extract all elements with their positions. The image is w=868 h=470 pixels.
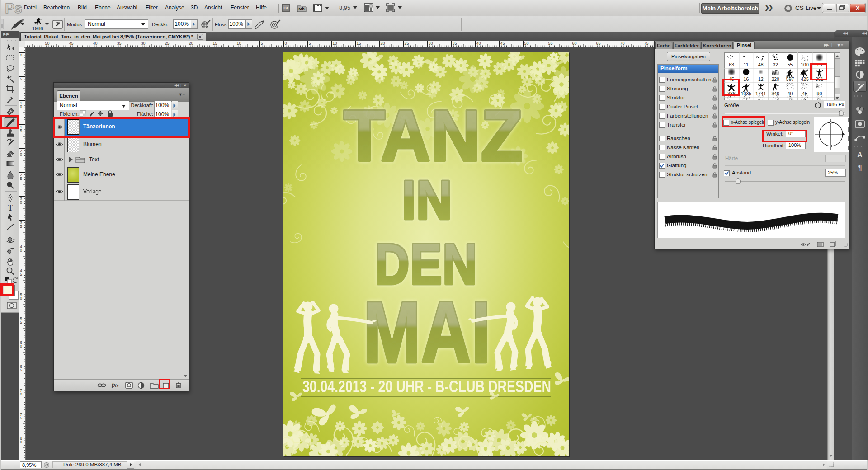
svg-text:5: 5 — [20, 368, 22, 372]
svg-text:0: 0 — [20, 296, 22, 301]
svg-text:5: 5 — [20, 224, 22, 229]
svg-text:65: 65 — [596, 41, 601, 46]
svg-text:40: 40 — [476, 41, 481, 46]
svg-text:1035: 1035 — [741, 91, 752, 96]
svg-text:10: 10 — [333, 41, 337, 46]
svg-text:425: 425 — [801, 76, 809, 82]
svg-text:70: 70 — [620, 41, 625, 46]
svg-text:5: 5 — [20, 320, 22, 324]
svg-text:100: 100 — [801, 62, 809, 67]
svg-text:0: 0 — [20, 152, 22, 157]
svg-text:45: 45 — [69, 41, 74, 46]
svg-text:T: T — [8, 203, 13, 212]
svg-text:30: 30 — [141, 41, 146, 46]
svg-text:30: 30 — [429, 41, 433, 46]
svg-text:0: 0 — [20, 104, 22, 109]
svg-text:63: 63 — [729, 62, 734, 67]
svg-text:MAI: MAI — [363, 283, 491, 381]
svg-text:346: 346 — [771, 91, 779, 96]
svg-text:60: 60 — [572, 41, 577, 46]
svg-text:40: 40 — [93, 41, 98, 46]
svg-text:5: 5 — [309, 41, 311, 46]
svg-text:5: 5 — [20, 77, 22, 81]
svg-text:5: 5 — [20, 176, 22, 181]
svg-text:30.04.2013 - 20 UHR - B-CLUB D: 30.04.2013 - 20 UHR - B-CLUB DRESDEN — [302, 377, 551, 396]
svg-text:0: 0 — [285, 41, 287, 46]
svg-text:15: 15 — [357, 41, 361, 46]
svg-text:0: 0 — [20, 200, 22, 205]
svg-text:20: 20 — [381, 41, 385, 46]
svg-text:25: 25 — [165, 41, 170, 46]
svg-text:35: 35 — [453, 41, 457, 46]
svg-text:5: 5 — [20, 272, 22, 277]
svg-text:5: 5 — [20, 416, 22, 420]
svg-text:45: 45 — [802, 91, 807, 96]
svg-text:32: 32 — [773, 62, 778, 67]
svg-text:5: 5 — [261, 41, 263, 46]
svg-text:597: 597 — [786, 76, 794, 82]
svg-text:11: 11 — [744, 62, 749, 67]
svg-text:220: 220 — [771, 76, 779, 82]
svg-text:50: 50 — [524, 41, 529, 46]
svg-text:0: 0 — [20, 53, 22, 57]
svg-text:75: 75 — [644, 41, 649, 46]
svg-text:0: 0 — [20, 344, 22, 348]
svg-text:IN: IN — [402, 169, 453, 230]
svg-text:35: 35 — [117, 41, 122, 46]
svg-text:90: 90 — [817, 91, 822, 96]
svg-text:5: 5 — [20, 128, 22, 133]
svg-text:1741: 1741 — [755, 91, 766, 96]
svg-text:12: 12 — [758, 76, 764, 82]
svg-text:25: 25 — [405, 41, 409, 46]
svg-text:10: 10 — [237, 41, 241, 46]
svg-text:45: 45 — [500, 41, 505, 46]
svg-text:Mb: Mb — [298, 6, 305, 11]
svg-text:A: A — [857, 151, 863, 159]
svg-text:48: 48 — [758, 62, 764, 67]
svg-text:0: 0 — [20, 248, 22, 253]
svg-text:15: 15 — [213, 41, 217, 46]
svg-text:20: 20 — [189, 41, 193, 46]
svg-text:16: 16 — [744, 76, 749, 82]
svg-text:55: 55 — [548, 41, 553, 46]
svg-text:0: 0 — [20, 392, 22, 396]
svg-text:¶: ¶ — [858, 163, 862, 172]
svg-text:50: 50 — [45, 41, 50, 46]
svg-text:40: 40 — [788, 91, 793, 96]
svg-text:55: 55 — [788, 62, 793, 67]
svg-text:TANZ: TANZ — [344, 95, 524, 176]
svg-text:0: 0 — [20, 440, 22, 444]
